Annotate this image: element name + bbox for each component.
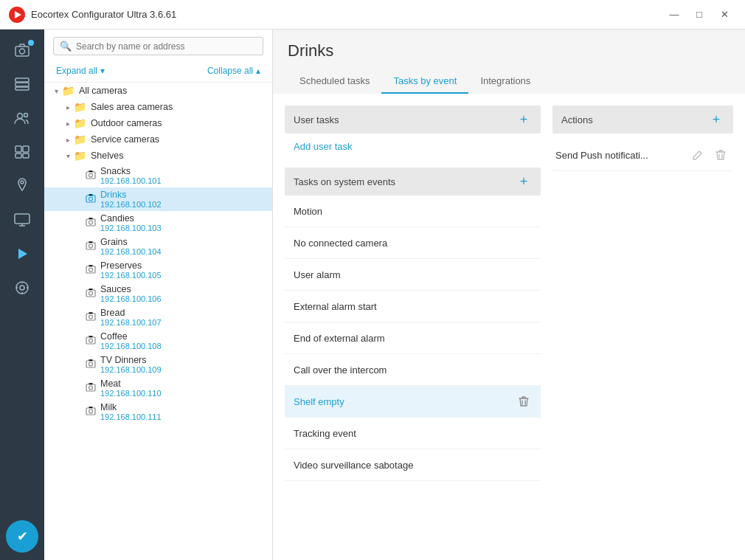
event-label: User alarm xyxy=(294,269,341,280)
event-item-ext-alarm-start[interactable]: External alarm start 🗑 xyxy=(285,291,541,322)
user-tasks-title: User tasks xyxy=(294,114,339,125)
folder-icon: 📁 xyxy=(74,101,86,113)
tree-item-milk[interactable]: Milk 192.168.100.111 xyxy=(44,400,272,424)
expand-arrow: ▾ xyxy=(62,152,74,160)
tree-item-tvdinners[interactable]: TV Dinners 192.168.100.109 xyxy=(44,353,272,376)
tree-item-outdoor[interactable]: ▸ 📁 Outdoor cameras xyxy=(44,115,272,131)
svg-rect-30 xyxy=(86,314,95,320)
storage-icon xyxy=(15,77,30,94)
event-label: No connected camera xyxy=(294,238,387,249)
tree-item-shelves[interactable]: ▾ 📁 Shelves xyxy=(44,148,272,164)
sidebar-item-users[interactable] xyxy=(6,103,38,136)
event-item-tracking[interactable]: Tracking event 🗑 xyxy=(285,418,541,449)
tree-item-candies[interactable]: Candies 192.168.100.103 xyxy=(44,211,272,235)
tab-byevent[interactable]: Tasks by event xyxy=(381,69,468,94)
expand-all-button[interactable]: Expand all ▾ xyxy=(56,66,105,76)
maximize-button[interactable]: □ xyxy=(687,4,711,25)
svg-point-27 xyxy=(89,268,93,272)
tree-item-bread[interactable]: Bread 192.168.100.107 xyxy=(44,305,272,329)
tab-scheduled[interactable]: Scheduled tasks xyxy=(288,69,381,94)
camera-icon xyxy=(86,336,96,347)
delete-action-button[interactable] xyxy=(711,145,730,165)
event-delete-button[interactable] xyxy=(516,393,532,409)
app-icon xyxy=(9,7,25,23)
tree-item-grains[interactable]: Grains 192.168.100.104 xyxy=(44,235,272,258)
tree-item-sales[interactable]: ▸ 📁 Sales area cameras xyxy=(44,99,272,115)
svg-point-13 xyxy=(21,181,24,184)
svg-rect-2 xyxy=(15,46,29,56)
system-tasks-section: Tasks on system events + Motion 🗑 No con… xyxy=(285,167,541,481)
event-item-shelf-empty[interactable]: Shelf empty xyxy=(285,386,541,418)
tree-item-sauces[interactable]: Sauces 192.168.100.106 xyxy=(44,282,272,305)
svg-point-8 xyxy=(24,113,28,117)
sidebar-item-map[interactable] xyxy=(6,171,38,204)
camera-icon xyxy=(86,265,96,276)
svg-point-33 xyxy=(89,339,93,342)
sidebar-item-layout[interactable] xyxy=(6,137,38,170)
event-item-call-intercom[interactable]: Call over the intercom 🗑 xyxy=(285,354,541,386)
tree-item-meat[interactable]: Meat 192.168.100.110 xyxy=(44,376,272,400)
svg-rect-28 xyxy=(86,290,95,297)
tree-item-all-cameras[interactable]: ▾ 📁 All cameras xyxy=(44,83,272,99)
svg-point-29 xyxy=(89,291,93,295)
check-icon: ✔ xyxy=(17,528,28,545)
tab-bar: Scheduled tasks Tasks by event Integrati… xyxy=(288,69,730,94)
search-input[interactable] xyxy=(76,41,257,52)
svg-point-23 xyxy=(89,221,93,224)
user-tasks-header: User tasks + xyxy=(285,106,541,134)
search-box[interactable]: 🔍 xyxy=(53,37,263,55)
sidebar-item-cameras[interactable] xyxy=(6,35,38,68)
svg-rect-14 xyxy=(15,214,30,224)
sidebar-item-tasks[interactable] xyxy=(6,239,38,272)
camera-icon xyxy=(86,218,96,229)
folder-icon: 📁 xyxy=(74,117,86,129)
svg-point-35 xyxy=(89,362,93,366)
tab-integrations[interactable]: Integrations xyxy=(468,69,542,94)
tree-item-preserves[interactable]: Preserves 192.168.100.105 xyxy=(44,258,272,282)
page-title: Drinks xyxy=(288,41,730,61)
actions-title: Actions xyxy=(561,114,593,125)
add-user-task-link[interactable]: Add user task xyxy=(294,138,353,155)
expand-arrow: ▾ xyxy=(50,87,62,95)
actions-column: Actions + Send Push notificati... xyxy=(552,106,733,548)
svg-rect-10 xyxy=(23,146,29,152)
close-button[interactable]: ✕ xyxy=(713,4,736,25)
content-area: User tasks + Add user task Tasks on syst… xyxy=(273,94,745,560)
folder-icon: 📁 xyxy=(74,150,86,162)
edit-action-button[interactable] xyxy=(687,145,707,165)
event-item-no-camera[interactable]: No connected camera 🗑 xyxy=(285,227,541,259)
tree-item-snacks[interactable]: Snacks 192.168.100.101 xyxy=(44,164,272,187)
event-label: Shelf empty xyxy=(294,396,344,407)
sidebar-item-monitor[interactable] xyxy=(6,205,38,238)
svg-point-19 xyxy=(89,173,93,177)
tree-item-coffee[interactable]: Coffee 192.168.100.108 xyxy=(44,329,272,353)
sidebar-item-storage[interactable] xyxy=(6,69,38,102)
svg-point-37 xyxy=(89,386,93,390)
confirm-button[interactable]: ✔ xyxy=(6,520,38,553)
collapse-all-button[interactable]: Collapse all ▴ xyxy=(207,66,260,76)
event-label: Video surveillance sabotage xyxy=(294,460,413,471)
minimize-button[interactable]: — xyxy=(662,4,686,25)
event-item-end-ext-alarm[interactable]: End of external alarm 🗑 xyxy=(285,322,541,354)
add-user-task-button[interactable]: + xyxy=(516,111,532,128)
system-tasks-header: Tasks on system events + xyxy=(285,167,541,196)
add-system-task-button[interactable]: + xyxy=(516,173,532,190)
event-item-video-sabotage[interactable]: Video surveillance sabotage 🗑 xyxy=(285,449,541,481)
event-label: Tracking event xyxy=(294,428,356,439)
svg-rect-22 xyxy=(86,219,95,226)
event-item-motion[interactable]: Motion 🗑 xyxy=(285,196,541,227)
user-tasks-section: User tasks + Add user task xyxy=(285,106,541,159)
expand-arrow: ▸ xyxy=(62,120,74,128)
camera-badge xyxy=(28,40,34,46)
tree-item-service[interactable]: ▸ 📁 Service cameras xyxy=(44,131,272,148)
tree-item-drinks[interactable]: Drinks 192.168.100.102 xyxy=(44,187,272,211)
icon-sidebar: ✔ xyxy=(0,30,44,560)
map-icon xyxy=(16,178,28,198)
add-action-button[interactable]: + xyxy=(708,111,724,128)
folder-icon: 📁 xyxy=(62,85,74,97)
camera-icon xyxy=(86,170,96,182)
svg-rect-36 xyxy=(86,384,95,391)
sidebar-item-ai[interactable] xyxy=(6,273,38,305)
event-item-user-alarm[interactable]: User alarm 🗑 xyxy=(285,259,541,291)
tree-actions: Expand all ▾ Collapse all ▴ xyxy=(44,63,272,83)
